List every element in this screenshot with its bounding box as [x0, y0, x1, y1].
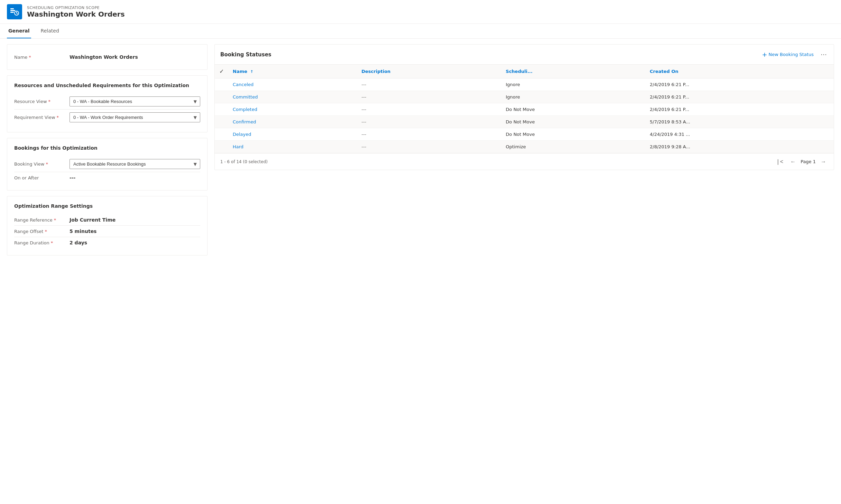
next-page-button[interactable]: →: [819, 157, 828, 166]
booking-statuses-footer: 1 - 6 of 14 (0 selected) ❘< ← Page 1 →: [215, 153, 834, 170]
row-name[interactable]: Delayed: [229, 128, 357, 141]
row-name[interactable]: Committed: [229, 91, 357, 103]
range-reference-value: Job Current Time: [70, 217, 200, 223]
resource-view-row: Resource View * 0 - WA - Bookable Resour…: [14, 94, 200, 110]
booking-view-row: Booking View * Active Bookable Resource …: [14, 156, 200, 172]
row-scheduling: Do Not Move: [502, 103, 646, 116]
booking-view-required: *: [46, 161, 48, 167]
row-scheduling: Optimize: [502, 141, 646, 153]
prev-page-button[interactable]: ←: [788, 157, 798, 166]
new-booking-status-button[interactable]: + New Booking Status: [759, 50, 816, 59]
range-duration-value: 2 days: [70, 240, 200, 245]
row-checkbox[interactable]: [215, 91, 229, 103]
table-row: Hard---Optimize2/8/2019 9:28 A...: [215, 141, 834, 153]
booking-view-select-wrapper[interactable]: Active Bookable Resource Bookings ▼: [70, 159, 200, 169]
resource-view-required: *: [48, 99, 51, 104]
tab-bar: General Related: [0, 24, 841, 39]
resources-card: Resources and Unscheduled Requirements f…: [7, 75, 207, 132]
col-description[interactable]: Description: [357, 65, 501, 78]
resource-view-select[interactable]: 0 - WA - Bookable Resources: [70, 96, 200, 106]
range-duration-row: Range Duration * 2 days: [14, 237, 200, 248]
row-scheduling: Do Not Move: [502, 128, 646, 141]
range-offset-row: Range Offset * 5 minutes: [14, 226, 200, 237]
table-row: Confirmed---Do Not Move5/7/2019 8:53 A..…: [215, 116, 834, 128]
right-panel: Booking Statuses + New Booking Status ⋯ …: [214, 44, 834, 255]
row-checkbox[interactable]: [215, 78, 229, 91]
app-icon: [7, 4, 22, 19]
tab-general[interactable]: General: [7, 24, 31, 38]
more-options-icon[interactable]: ⋯: [819, 49, 828, 59]
name-required-star: *: [29, 55, 31, 60]
row-checkbox[interactable]: [215, 141, 229, 153]
resource-view-label: Resource View *: [14, 99, 70, 104]
svg-rect-0: [10, 8, 14, 9]
new-booking-status-label: New Booking Status: [768, 52, 814, 57]
optimization-card: Optimization Range Settings Range Refere…: [7, 196, 207, 255]
on-or-after-row: On or After ---: [14, 172, 200, 183]
booking-status-link[interactable]: Delayed: [233, 132, 251, 137]
left-panel: Name * Washington Work Orders Resources …: [7, 44, 207, 255]
row-created-on: 2/8/2019 9:28 A...: [646, 141, 834, 153]
row-description: ---: [357, 78, 501, 91]
booking-status-link[interactable]: Completed: [233, 107, 257, 112]
range-duration-required: *: [51, 240, 53, 245]
booking-statuses-table: ✓ Name ↑ Description Scheduli...: [215, 65, 834, 153]
row-count-label: 1 - 6 of 14 (0 selected): [220, 159, 268, 164]
optimization-title: Optimization Range Settings: [14, 203, 200, 209]
first-page-button[interactable]: ❘<: [774, 157, 785, 166]
row-name[interactable]: Canceled: [229, 78, 357, 91]
tab-related[interactable]: Related: [39, 24, 61, 38]
requirement-view-select[interactable]: 0 - WA - Work Order Requirements: [70, 112, 200, 122]
booking-view-label: Booking View *: [14, 161, 70, 167]
col-name[interactable]: Name ↑: [229, 65, 357, 78]
range-offset-value: 5 minutes: [70, 228, 200, 234]
resource-view-select-wrapper[interactable]: 0 - WA - Bookable Resources ▼: [70, 96, 200, 106]
name-label: Name *: [14, 55, 70, 60]
booking-status-link[interactable]: Canceled: [233, 82, 253, 87]
checkmark-icon: ✓: [219, 68, 224, 75]
table-row: Canceled---Ignore2/4/2019 6:21 P...: [215, 78, 834, 91]
requirement-view-select-wrapper[interactable]: 0 - WA - Work Order Requirements ▼: [70, 112, 200, 122]
resources-title: Resources and Unscheduled Requirements f…: [14, 83, 200, 88]
row-checkbox[interactable]: [215, 116, 229, 128]
requirement-view-label: Requirement View *: [14, 115, 70, 120]
row-name[interactable]: Hard: [229, 141, 357, 153]
row-description: ---: [357, 103, 501, 116]
name-field-row: Name * Washington Work Orders: [14, 52, 200, 63]
bookings-title: Bookings for this Optimization: [14, 145, 200, 151]
col-created-on[interactable]: Created On: [646, 65, 834, 78]
table-header-row: ✓ Name ↑ Description Scheduli...: [215, 65, 834, 78]
name-value: Washington Work Orders: [70, 54, 200, 60]
row-description: ---: [357, 116, 501, 128]
row-created-on: 5/7/2019 8:53 A...: [646, 116, 834, 128]
table-row: Committed---Ignore2/4/2019 6:21 P...: [215, 91, 834, 103]
on-or-after-value: ---: [70, 175, 200, 180]
row-checkbox[interactable]: [215, 103, 229, 116]
booking-status-link[interactable]: Committed: [233, 94, 258, 100]
row-checkbox[interactable]: [215, 128, 229, 141]
row-name[interactable]: Completed: [229, 103, 357, 116]
row-description: ---: [357, 128, 501, 141]
svg-rect-1: [10, 10, 15, 11]
table-row: Completed---Do Not Move2/4/2019 6:21 P..…: [215, 103, 834, 116]
svg-rect-2: [10, 12, 14, 13]
booking-statuses-header: Booking Statuses + New Booking Status ⋯: [215, 45, 834, 65]
svg-line-5: [17, 13, 18, 14]
col-scheduling[interactable]: Scheduli...: [502, 65, 646, 78]
range-reference-label: Range Reference *: [14, 217, 70, 223]
booking-view-select[interactable]: Active Bookable Resource Bookings: [70, 159, 200, 169]
booking-statuses-title: Booking Statuses: [220, 52, 759, 58]
range-duration-label: Range Duration *: [14, 240, 70, 245]
booking-status-link[interactable]: Hard: [233, 144, 243, 149]
header-title: Washington Work Orders: [27, 10, 125, 18]
row-created-on: 2/4/2019 6:21 P...: [646, 78, 834, 91]
bookings-card: Bookings for this Optimization Booking V…: [7, 138, 207, 190]
sort-up-icon: ↑: [250, 69, 253, 74]
booking-status-link[interactable]: Confirmed: [233, 119, 256, 124]
requirement-view-row: Requirement View * 0 - WA - Work Order R…: [14, 110, 200, 125]
page-label: Page 1: [801, 159, 816, 164]
booking-statuses-panel: Booking Statuses + New Booking Status ⋯ …: [214, 44, 834, 170]
row-created-on: 2/4/2019 6:21 P...: [646, 91, 834, 103]
row-name[interactable]: Confirmed: [229, 116, 357, 128]
header-subtitle: SCHEDULING OPTIMIZATION SCOPE: [27, 6, 125, 10]
